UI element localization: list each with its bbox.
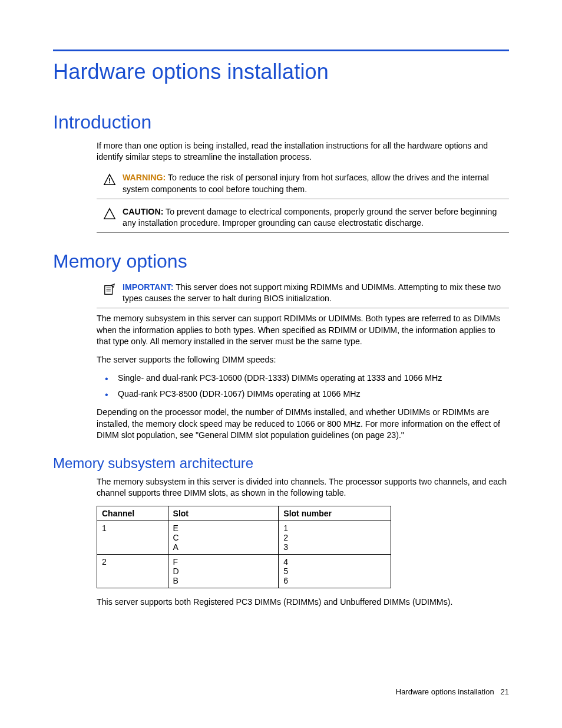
page-title: Hardware options installation — [53, 60, 509, 84]
footer-section: Hardware options installation — [396, 687, 494, 696]
section-memory-heading: Memory options — [53, 251, 509, 272]
table-row: 2 F D B 4 5 6 — [97, 555, 391, 588]
table-row: 1 E C A 1 2 3 — [97, 521, 391, 555]
cell-slots: E C A — [168, 521, 279, 555]
important-text: IMPORTANT: This server does not support … — [123, 282, 509, 304]
th-slot: Slot — [168, 506, 279, 521]
svg-rect-4 — [105, 286, 113, 295]
svg-rect-1 — [109, 179, 110, 182]
th-channel: Channel — [97, 506, 168, 521]
memory-para1: The memory subsystem in this server can … — [97, 313, 509, 347]
important-body: This server does not support mixing RDIM… — [123, 282, 501, 303]
table-header-row: Channel Slot Slot number — [97, 506, 391, 521]
top-rule — [53, 50, 509, 51]
list-item: Quad-rank PC3-8500 (DDR-1067) DIMMs oper… — [97, 388, 509, 400]
footer-page: 21 — [501, 687, 509, 696]
cell-nums: 4 5 6 — [279, 555, 391, 588]
section-subsystem-heading: Memory subsystem architecture — [53, 455, 509, 472]
caution-body: To prevent damage to electrical componen… — [123, 207, 497, 228]
page-footer: Hardware options installation 21 — [396, 687, 509, 696]
th-slotnum: Slot number — [279, 506, 391, 521]
warning-body: To reduce the risk of personal injury fr… — [123, 173, 489, 193]
warning-block: WARNING: To reduce the risk of personal … — [97, 170, 509, 199]
subsystem-outro: This server supports both Registered PC3… — [97, 597, 509, 608]
svg-marker-3 — [104, 209, 115, 219]
cell-channel: 1 — [97, 521, 168, 555]
list-item: Single- and dual-rank PC3-10600 (DDR-133… — [97, 373, 509, 384]
caution-text: CAUTION: To prevent damage to electrical… — [123, 206, 509, 229]
subsystem-intro: The memory subsystem in this server is d… — [97, 476, 509, 499]
caution-label: CAUTION: — [123, 207, 163, 216]
cell-nums: 1 2 3 — [279, 521, 391, 555]
caution-icon — [97, 206, 123, 220]
warning-label: WARNING: — [123, 173, 166, 182]
caution-block: CAUTION: To prevent damage to electrical… — [97, 204, 509, 233]
warning-icon — [97, 172, 123, 186]
introduction-lead: If more than one option is being install… — [97, 140, 509, 163]
memory-speed-list: Single- and dual-rank PC3-10600 (DDR-133… — [97, 373, 509, 400]
svg-rect-2 — [109, 182, 110, 183]
warning-text: WARNING: To reduce the risk of personal … — [123, 172, 509, 195]
important-label: IMPORTANT: — [123, 282, 173, 292]
cell-slots: F D B — [168, 555, 279, 588]
memory-speeds-intro: The server supports the following DIMM s… — [97, 354, 509, 365]
section-introduction-heading: Introduction — [53, 111, 509, 133]
memory-channel-table: Channel Slot Slot number 1 E C A 1 2 3 2… — [97, 506, 391, 588]
important-icon — [97, 282, 123, 296]
cell-channel: 2 — [97, 555, 168, 588]
memory-para2: Depending on the processor model, the nu… — [97, 407, 509, 441]
important-block: IMPORTANT: This server does not support … — [97, 279, 509, 308]
